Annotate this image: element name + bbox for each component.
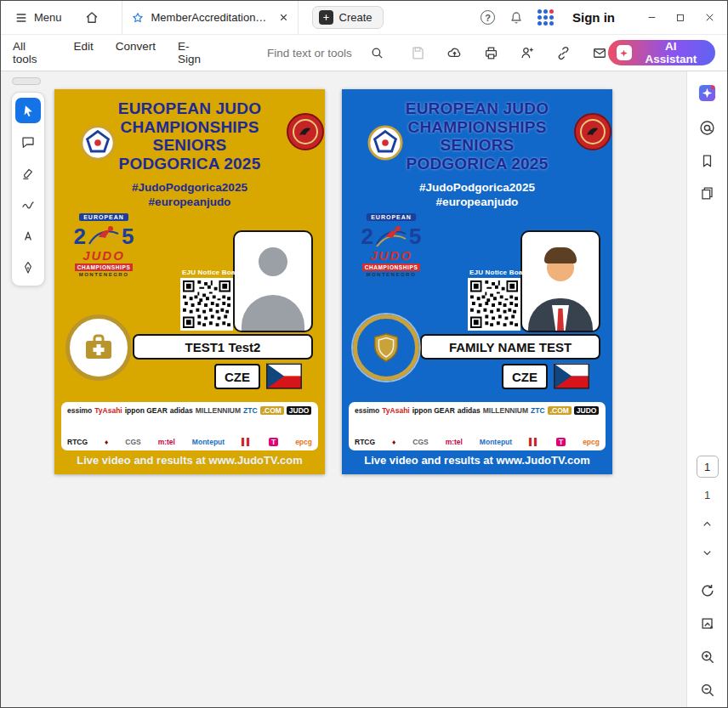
eju-emblem-icon (80, 125, 116, 161)
sponsor-logo: ♦ (392, 438, 395, 446)
czech-flag-icon (266, 363, 302, 389)
page-setup-icon[interactable] (699, 615, 716, 632)
medical-icon (65, 314, 132, 381)
ai-assistant-icon (617, 45, 632, 60)
apps-grid-icon[interactable] (537, 9, 554, 25)
badge-footer: Live video and results at www.JudoTV.com (54, 454, 325, 467)
highlight-tool-icon[interactable] (15, 161, 41, 186)
document-canvas[interactable]: EUROPEAN JUDO CHAMPIONSHIPS SENIORS PODG… (48, 71, 686, 707)
next-page-chevron-icon[interactable] (701, 547, 714, 559)
page-count-label: 1 (704, 489, 710, 501)
country-code: CZE (502, 364, 548, 389)
tab-all-tools[interactable]: All tools (13, 40, 51, 65)
sponsor-logo: m:tel (158, 438, 175, 446)
main-area: EUROPEAN JUDO CHAMPIONSHIPS SENIORS PODG… (1, 71, 727, 707)
sponsor-logo: ippon GEAR (412, 406, 455, 415)
tab-edit[interactable]: Edit (73, 40, 93, 65)
menu-button[interactable]: Menu (9, 6, 67, 30)
sponsor-logo: epcg (295, 438, 312, 446)
sign-in-button[interactable]: Sign in (572, 10, 615, 25)
accreditation-card-2: EUROPEAN JUDO CHAMPIONSHIPS SENIORS PODG… (342, 89, 612, 474)
home-button[interactable] (79, 5, 105, 31)
email-icon[interactable] (591, 45, 608, 61)
sponsor-logo: ippon GEAR (125, 406, 168, 415)
eju-emblem-icon (367, 125, 403, 161)
fill-sign-tool-icon[interactable] (15, 255, 41, 280)
participant-name: FAMILY NAME TEST (420, 334, 600, 360)
sponsor-logo: MILLENNIUM (196, 406, 241, 415)
plus-icon (319, 10, 333, 25)
silhouette-head (259, 247, 287, 276)
badge-hashtags: #JudoPodgorica2025 #europeanjudo (342, 180, 612, 209)
sponsor-logo: .COM (548, 406, 572, 415)
find-input[interactable] (267, 47, 362, 59)
rotate-page-icon[interactable] (699, 582, 716, 599)
share-link-icon[interactable] (555, 45, 572, 61)
create-button[interactable]: Create (312, 6, 384, 29)
federation-emblem-icon (286, 112, 325, 151)
sponsor-logo: CGS (125, 438, 140, 446)
close-window-button[interactable] (695, 1, 724, 35)
judoka-figure-icon (87, 222, 121, 251)
sponsor-logo: RTCG (67, 438, 88, 446)
page-number-input[interactable] (697, 456, 719, 478)
ai-assistant-button[interactable]: AI Assistant (608, 40, 715, 65)
sponsor-logo: Monteput (480, 438, 512, 446)
sponsor-logo: TyAsahi (382, 406, 409, 415)
right-panel-rail: 1 (686, 71, 727, 707)
menu-label: Menu (34, 11, 62, 24)
print-icon[interactable] (483, 45, 499, 61)
close-tab-icon[interactable] (278, 12, 289, 23)
cloud-upload-icon[interactable] (446, 45, 464, 61)
window-controls (637, 1, 724, 35)
championships-logo: EUROPEAN 2 5 JUDO CHAMPIONSHIPS MONTENEG… (60, 213, 148, 277)
comments-panel-icon[interactable] (698, 119, 716, 137)
badge-footer: Live video and results at www.JudoTV.com (342, 454, 612, 467)
sponsor-strip: essimoTyAsahiippon GEARadidasMILLENNIUMZ… (349, 402, 606, 450)
badge-hashtags: #JudoPodgorica2025 #europeanjudo (54, 180, 325, 209)
document-actions (410, 45, 608, 61)
championships-logo: EUROPEAN 2 5 JUDO CHAMPIONSHIPS MONTENEG… (347, 213, 435, 277)
comment-tool-icon[interactable] (15, 129, 41, 155)
accreditation-card-1: EUROPEAN JUDO CHAMPIONSHIPS SENIORS PODG… (54, 89, 325, 474)
sponsor-logo: essimo (67, 406, 92, 415)
page-thumbnails-icon[interactable] (699, 185, 715, 201)
rail-drag-handle[interactable] (12, 77, 41, 85)
select-tool-icon[interactable] (15, 98, 41, 123)
help-icon[interactable]: ? (481, 10, 495, 25)
star-icon (131, 11, 145, 25)
notifications-bell-icon[interactable] (509, 10, 524, 25)
sponsor-logo: ▌▌ (529, 438, 539, 446)
search-icon[interactable] (370, 46, 384, 60)
previous-page-chevron-icon[interactable] (701, 518, 714, 530)
tab-convert[interactable]: Convert (116, 40, 156, 65)
request-signatures-icon[interactable] (519, 45, 536, 61)
sponsor-logo: ♦ (105, 438, 108, 446)
maximize-button[interactable] (666, 1, 695, 35)
document-tab[interactable]: MemberAccreditations (... (122, 1, 299, 35)
sponsor-logo: ZTC (531, 406, 545, 415)
tab-esign[interactable]: E-Sign (178, 40, 211, 65)
bookmarks-panel-icon[interactable] (699, 153, 715, 169)
czech-flag-icon (554, 363, 589, 389)
toolbar-tabs: All tools Edit Convert E-Sign (13, 40, 211, 65)
sponsor-logo: adidas (170, 406, 193, 415)
create-label: Create (339, 11, 373, 24)
ai-assistant-panel-icon[interactable] (697, 83, 717, 103)
qr-code (468, 278, 520, 331)
draw-tool-icon[interactable] (15, 192, 41, 218)
save-icon[interactable] (410, 45, 426, 61)
zoom-in-icon[interactable] (699, 649, 716, 666)
document-tab-title: MemberAccreditations (... (151, 11, 271, 24)
judoka-figure-icon (374, 222, 408, 251)
sponsor-logo: JUDO (574, 406, 600, 415)
left-tool-rail (1, 71, 48, 707)
quick-tools-panel (11, 92, 45, 286)
find-bar[interactable] (267, 46, 384, 60)
minimize-button[interactable] (637, 1, 666, 35)
home-icon (84, 10, 100, 25)
add-text-tool-icon[interactable] (15, 224, 41, 249)
photo-avatar (520, 230, 600, 332)
sponsor-logo: T (556, 438, 566, 446)
zoom-out-icon[interactable] (699, 682, 716, 699)
